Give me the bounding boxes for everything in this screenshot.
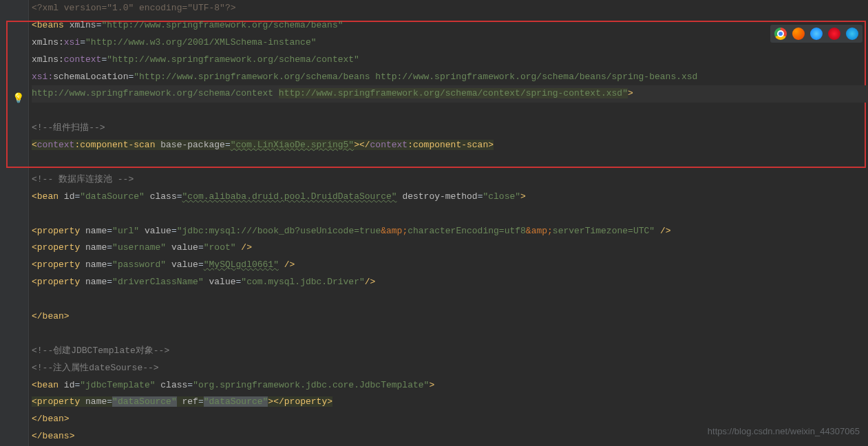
- code-line: <!--注入属性dateSourse-->: [32, 360, 868, 377]
- code-line: http://www.springframework.org/schema/co…: [32, 85, 868, 103]
- ie-icon[interactable]: [846, 28, 858, 40]
- code-line: xsi:schemaLocation="http://www.springfra…: [32, 69, 868, 86]
- code-line: [32, 326, 868, 343]
- code-line: <!--组件扫描-->: [32, 120, 868, 137]
- code-editor[interactable]: <?xml version="1.0" encoding="UTF-8"?> <…: [32, 0, 868, 445]
- code-line: <property name="driverClassName" value="…: [32, 274, 868, 291]
- code-line: [32, 154, 868, 171]
- code-line: <!-- 数据库连接池 -->: [32, 171, 868, 189]
- code-line: <bean id="jdbcTemplate" class="org.sprin…: [32, 377, 868, 394]
- code-line: [32, 291, 868, 308]
- firefox-icon[interactable]: [792, 28, 805, 40]
- code-line: [32, 206, 868, 223]
- code-line: </bean>: [32, 308, 868, 326]
- watermark-text: https://blog.csdn.net/weixin_44307065: [708, 423, 860, 440]
- code-line: <property name="password" value="MySQLgd…: [32, 257, 868, 274]
- editor-gutter: [0, 0, 29, 446]
- code-line: xmlns:xsi="http://www.w3.org/2001/XMLSch…: [32, 34, 868, 52]
- code-line: <beans xmlns="http://www.springframework…: [32, 17, 868, 34]
- code-line: <property name="url" value="jdbc:mysql:/…: [32, 223, 868, 240]
- code-line: <property name="username" value="root" /…: [32, 240, 868, 257]
- browser-icons-panel: [770, 25, 862, 43]
- opera-icon[interactable]: [828, 28, 840, 40]
- code-line: xmlns:context="http://www.springframewor…: [32, 52, 868, 69]
- code-line: [32, 103, 868, 120]
- code-line: <property name="dataSource" ref="dataSou…: [32, 394, 868, 411]
- intention-bulb-icon[interactable]: 💡: [12, 89, 24, 108]
- code-line: <bean id="dataSource" class="com.alibaba…: [32, 189, 868, 206]
- chrome-icon[interactable]: [774, 28, 787, 40]
- code-line: <!--创建JDBCTemplate对象-->: [32, 343, 868, 360]
- code-line: <context:component-scan base-package="co…: [32, 137, 868, 154]
- safari-icon[interactable]: [810, 28, 823, 40]
- code-line: <?xml version="1.0" encoding="UTF-8"?>: [32, 0, 868, 17]
